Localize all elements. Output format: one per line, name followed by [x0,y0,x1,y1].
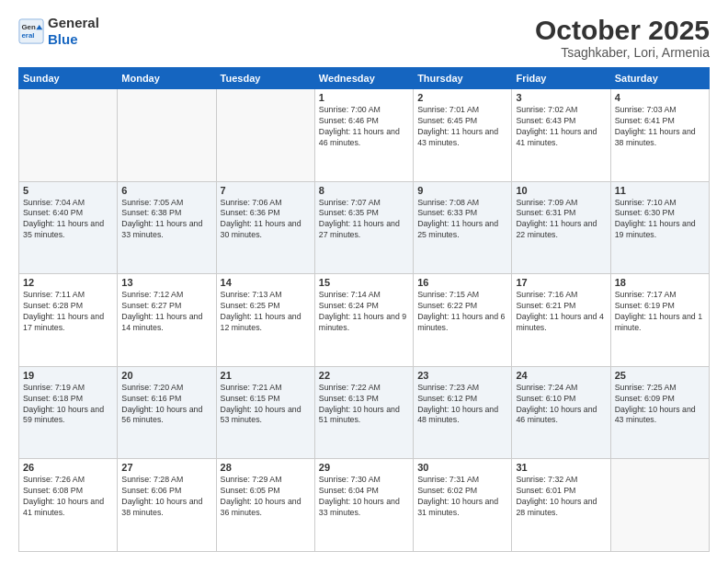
logo-line1: General [48,15,99,31]
calendar-day-cell: 5Sunrise: 7:04 AM Sunset: 6:40 PM Daylig… [19,181,118,274]
calendar-day-cell [19,89,118,182]
day-number: 28 [221,462,311,473]
svg-text:eral: eral [22,31,35,40]
day-info: Sunrise: 7:30 AM Sunset: 6:04 PM Dayligh… [319,475,409,519]
calendar-day-cell: 19Sunrise: 7:19 AM Sunset: 6:18 PM Dayli… [19,366,118,459]
weekday-header-tuesday: Tuesday [216,68,314,89]
logo-line2: Blue [48,31,99,48]
day-number: 30 [417,462,507,473]
calendar-day-cell: 13Sunrise: 7:12 AM Sunset: 6:27 PM Dayli… [118,274,216,367]
calendar-day-cell: 11Sunrise: 7:10 AM Sunset: 6:30 PM Dayli… [610,181,709,274]
day-number: 19 [23,370,113,381]
weekday-header-sunday: Sunday [19,68,118,89]
day-number: 14 [221,277,311,288]
day-info: Sunrise: 7:17 AM Sunset: 6:19 PM Dayligh… [615,290,705,334]
day-info: Sunrise: 7:16 AM Sunset: 6:21 PM Dayligh… [516,290,606,334]
calendar-day-cell: 7Sunrise: 7:06 AM Sunset: 6:36 PM Daylig… [216,181,314,274]
day-number: 6 [121,185,211,196]
day-number: 25 [615,370,705,381]
day-info: Sunrise: 7:07 AM Sunset: 6:35 PM Dayligh… [319,198,409,242]
calendar-day-cell: 30Sunrise: 7:31 AM Sunset: 6:02 PM Dayli… [414,459,512,552]
calendar-day-cell: 27Sunrise: 7:28 AM Sunset: 6:06 PM Dayli… [118,459,216,552]
calendar-week-row: 12Sunrise: 7:11 AM Sunset: 6:28 PM Dayli… [19,274,710,367]
day-number: 29 [319,462,409,473]
day-info: Sunrise: 7:00 AM Sunset: 6:46 PM Dayligh… [319,105,409,149]
day-info: Sunrise: 7:12 AM Sunset: 6:27 PM Dayligh… [121,290,211,334]
calendar-day-cell: 26Sunrise: 7:26 AM Sunset: 6:08 PM Dayli… [19,459,118,552]
calendar-day-cell: 15Sunrise: 7:14 AM Sunset: 6:24 PM Dayli… [314,274,413,367]
calendar-day-cell: 12Sunrise: 7:11 AM Sunset: 6:28 PM Dayli… [19,274,118,367]
day-info: Sunrise: 7:02 AM Sunset: 6:43 PM Dayligh… [516,105,606,149]
day-info: Sunrise: 7:28 AM Sunset: 6:06 PM Dayligh… [121,475,211,519]
calendar-day-cell: 6Sunrise: 7:05 AM Sunset: 6:38 PM Daylig… [118,181,216,274]
calendar-day-cell: 29Sunrise: 7:30 AM Sunset: 6:04 PM Dayli… [314,459,413,552]
calendar-day-cell: 23Sunrise: 7:23 AM Sunset: 6:12 PM Dayli… [414,366,512,459]
day-info: Sunrise: 7:03 AM Sunset: 6:41 PM Dayligh… [615,105,705,149]
calendar-day-cell: 10Sunrise: 7:09 AM Sunset: 6:31 PM Dayli… [512,181,610,274]
day-number: 13 [121,277,211,288]
day-info: Sunrise: 7:13 AM Sunset: 6:25 PM Dayligh… [221,290,311,334]
calendar-day-cell: 21Sunrise: 7:21 AM Sunset: 6:15 PM Dayli… [216,366,314,459]
calendar-day-cell: 31Sunrise: 7:32 AM Sunset: 6:01 PM Dayli… [512,459,610,552]
day-number: 26 [23,462,113,473]
weekday-header-monday: Monday [118,68,216,89]
day-number: 27 [121,462,211,473]
calendar-day-cell: 2Sunrise: 7:01 AM Sunset: 6:45 PM Daylig… [414,89,512,182]
day-number: 1 [319,92,409,103]
calendar-day-cell: 24Sunrise: 7:24 AM Sunset: 6:10 PM Dayli… [512,366,610,459]
logo-text: General Blue [48,15,99,48]
day-number: 8 [319,185,409,196]
calendar-day-cell: 16Sunrise: 7:15 AM Sunset: 6:22 PM Dayli… [414,274,512,367]
calendar-day-cell: 18Sunrise: 7:17 AM Sunset: 6:19 PM Dayli… [610,274,709,367]
day-number: 7 [221,185,311,196]
day-number: 18 [615,277,705,288]
day-info: Sunrise: 7:11 AM Sunset: 6:28 PM Dayligh… [23,290,113,334]
day-info: Sunrise: 7:22 AM Sunset: 6:13 PM Dayligh… [319,383,409,427]
logo-icon: Gen eral [18,18,44,44]
calendar-title: October 2025 [535,15,710,45]
day-info: Sunrise: 7:04 AM Sunset: 6:40 PM Dayligh… [23,198,113,242]
day-info: Sunrise: 7:24 AM Sunset: 6:10 PM Dayligh… [516,383,606,427]
calendar-week-row: 26Sunrise: 7:26 AM Sunset: 6:08 PM Dayli… [19,459,710,552]
day-info: Sunrise: 7:25 AM Sunset: 6:09 PM Dayligh… [615,383,705,427]
calendar-day-cell: 4Sunrise: 7:03 AM Sunset: 6:41 PM Daylig… [610,89,709,182]
day-info: Sunrise: 7:09 AM Sunset: 6:31 PM Dayligh… [516,198,606,242]
day-number: 3 [516,92,606,103]
day-info: Sunrise: 7:14 AM Sunset: 6:24 PM Dayligh… [319,290,409,334]
day-number: 5 [23,185,113,196]
day-info: Sunrise: 7:10 AM Sunset: 6:30 PM Dayligh… [615,198,705,242]
day-info: Sunrise: 7:23 AM Sunset: 6:12 PM Dayligh… [417,383,507,427]
day-info: Sunrise: 7:26 AM Sunset: 6:08 PM Dayligh… [23,475,113,519]
calendar-week-row: 5Sunrise: 7:04 AM Sunset: 6:40 PM Daylig… [19,181,710,274]
day-info: Sunrise: 7:05 AM Sunset: 6:38 PM Dayligh… [121,198,211,242]
day-info: Sunrise: 7:32 AM Sunset: 6:01 PM Dayligh… [516,475,606,519]
calendar-day-cell: 17Sunrise: 7:16 AM Sunset: 6:21 PM Dayli… [512,274,610,367]
day-number: 31 [516,462,606,473]
calendar-day-cell: 9Sunrise: 7:08 AM Sunset: 6:33 PM Daylig… [414,181,512,274]
day-number: 10 [516,185,606,196]
day-number: 20 [121,370,211,381]
day-number: 24 [516,370,606,381]
day-info: Sunrise: 7:21 AM Sunset: 6:15 PM Dayligh… [221,383,311,427]
calendar-day-cell: 28Sunrise: 7:29 AM Sunset: 6:05 PM Dayli… [216,459,314,552]
weekday-header-friday: Friday [512,68,610,89]
calendar-day-cell: 20Sunrise: 7:20 AM Sunset: 6:16 PM Dayli… [118,366,216,459]
weekday-header-saturday: Saturday [610,68,709,89]
calendar-subtitle: Tsaghkaber, Lori, Armenia [535,45,710,60]
title-block: October 2025 Tsaghkaber, Lori, Armenia [535,15,710,60]
weekday-header-row: SundayMondayTuesdayWednesdayThursdayFrid… [19,68,710,89]
calendar-day-cell: 22Sunrise: 7:22 AM Sunset: 6:13 PM Dayli… [314,366,413,459]
day-number: 22 [319,370,409,381]
calendar-day-cell: 1Sunrise: 7:00 AM Sunset: 6:46 PM Daylig… [314,89,413,182]
day-number: 4 [615,92,705,103]
day-info: Sunrise: 7:01 AM Sunset: 6:45 PM Dayligh… [417,105,507,149]
day-number: 23 [417,370,507,381]
day-info: Sunrise: 7:19 AM Sunset: 6:18 PM Dayligh… [23,383,113,427]
logo: Gen eral General Blue [18,15,99,48]
day-number: 12 [23,277,113,288]
day-number: 21 [221,370,311,381]
calendar-page: Gen eral General Blue October 2025 Tsagh… [0,0,728,563]
svg-text:Gen: Gen [22,23,36,31]
calendar-day-cell [216,89,314,182]
day-number: 16 [417,277,507,288]
